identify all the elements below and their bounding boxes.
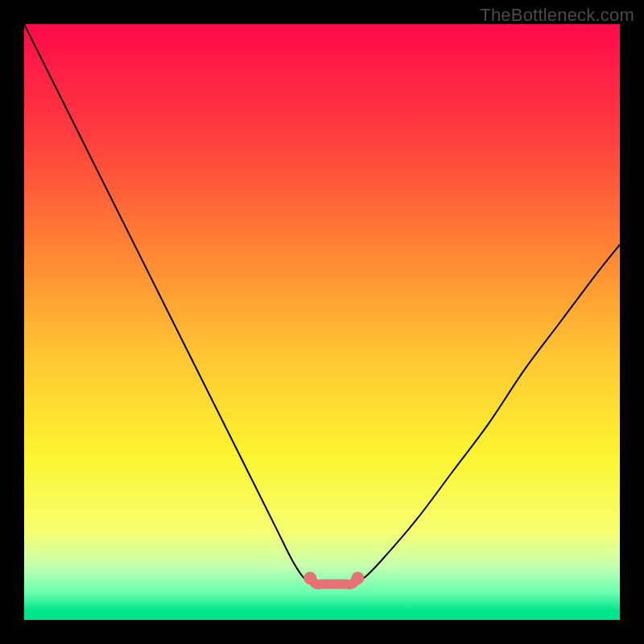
watermark-text: TheBottleneck.com <box>480 5 634 26</box>
curve-left <box>24 24 310 580</box>
bottleneck-band <box>310 578 357 584</box>
plot-area <box>24 24 620 620</box>
chart-svg <box>24 24 620 620</box>
chart-frame: TheBottleneck.com <box>0 0 644 644</box>
curve-right <box>357 245 620 580</box>
bottleneck-endpoint <box>351 572 364 584</box>
bottleneck-endpoint <box>303 572 316 584</box>
